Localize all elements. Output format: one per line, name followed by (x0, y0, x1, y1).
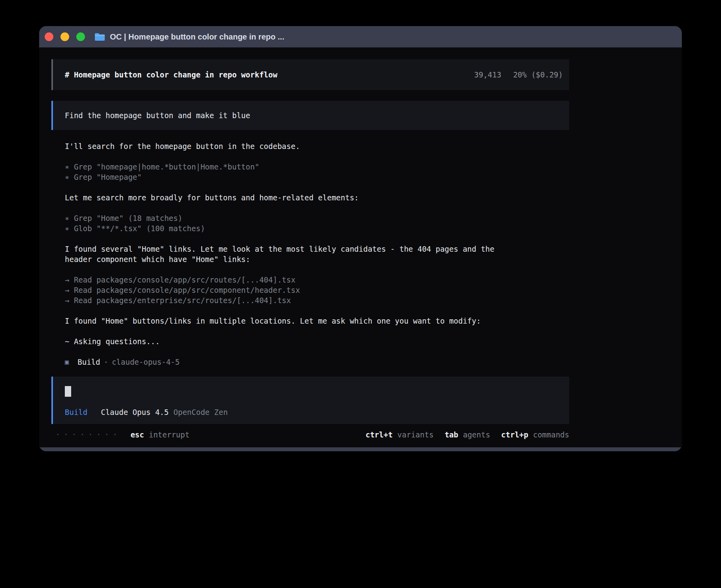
session-title: # Homepage button color change in repo w… (65, 70, 277, 80)
zoom-button[interactable] (76, 32, 85, 41)
assistant-text: Let me search more broadly for buttons a… (65, 192, 569, 203)
agent-mode-icon: ▣ (65, 357, 69, 367)
agent-status-line: ▣ Build · claude-opus-4-5 (65, 357, 569, 367)
minimize-button[interactable] (60, 32, 69, 41)
mode-selector[interactable]: Build (65, 407, 87, 417)
tool-call-read: → Read packages/console/app/src/routes/[… (65, 275, 569, 285)
agent-model-name: claude-opus-4-5 (112, 357, 180, 367)
agents-label: agents (463, 430, 490, 440)
assistant-text: I found several "Home" links. Let me loo… (65, 244, 569, 264)
model-selector[interactable]: Claude Opus 4.5 (101, 407, 169, 417)
variants-label: variants (397, 430, 434, 440)
prompt-input[interactable]: Build Claude Opus 4.5 OpenCode Zen (51, 377, 569, 424)
agent-separator: · (104, 357, 108, 367)
titlebar[interactable]: OC | Homepage button color change in rep… (39, 26, 682, 47)
tool-call-grep: ∗ Grep "Homepage" (65, 172, 569, 182)
session-content: # Homepage button color change in repo w… (51, 47, 569, 440)
hint-agents: tab agents (445, 430, 490, 440)
keyboard-hints: ctrl+t variants tab agents ctrl+p comman… (366, 430, 569, 440)
traffic-lights (45, 32, 85, 41)
commands-label: commands (533, 430, 569, 440)
status-bar: ········ esc interrupt ctrl+t variants t… (51, 430, 569, 440)
folder-icon (94, 32, 105, 41)
tool-call-group: ∗ Grep "homepage|home.*button|Home.*butt… (65, 162, 569, 182)
session-meta: 39,413 20% ($0.29) (474, 70, 563, 80)
user-message-block: Find the homepage button and make it blu… (51, 101, 569, 130)
ctrl-p-key: ctrl+p (501, 430, 528, 440)
tool-call-grep: ∗ Grep "Home" (18 matches) (65, 213, 569, 223)
text-cursor (65, 386, 71, 397)
input-meta-row: Build Claude Opus 4.5 OpenCode Zen (65, 407, 569, 417)
tool-call-group: → Read packages/console/app/src/routes/[… (65, 275, 569, 305)
close-button[interactable] (45, 32, 53, 41)
tool-call-read: → Read packages/enterprise/src/routes/[.… (65, 295, 569, 305)
assistant-text: I found "Home" buttons/links in multiple… (65, 316, 569, 326)
context-cost: 20% ($0.29) (513, 70, 563, 80)
session-header: # Homepage button color change in repo w… (51, 59, 569, 90)
user-message-text: Find the homepage button and make it blu… (65, 110, 250, 121)
tab-key: tab (445, 430, 458, 440)
assistant-text: I'll search for the homepage button in t… (65, 141, 569, 151)
terminal-screen: # Homepage button color change in repo w… (39, 47, 682, 447)
ctrl-t-key: ctrl+t (366, 430, 393, 440)
esc-label: interrupt (149, 430, 189, 440)
tool-call-grep: ∗ Grep "homepage|home.*button|Home.*butt… (65, 162, 569, 172)
working-status: ~ Asking questions... (65, 336, 569, 347)
tool-call-group: ∗ Grep "Home" (18 matches) ∗ Glob "**/*.… (65, 213, 569, 234)
tool-call-glob: ∗ Glob "**/*.tsx" (100 matches) (65, 223, 569, 234)
hint-variants: ctrl+t variants (366, 430, 434, 440)
model-provider: OpenCode Zen (174, 407, 228, 417)
hint-commands: ctrl+p commands (501, 430, 569, 440)
token-count: 39,413 (474, 70, 502, 80)
spinner-dots: ········ (55, 430, 121, 440)
app-window: OC | Homepage button color change in rep… (39, 26, 682, 451)
window-title: OC | Homepage button color change in rep… (110, 32, 284, 41)
agent-mode-name: Build (77, 357, 100, 367)
tool-call-read: → Read packages/console/app/src/componen… (65, 285, 569, 295)
esc-key: esc (130, 430, 144, 440)
esc-hint: esc interrupt (130, 430, 189, 440)
